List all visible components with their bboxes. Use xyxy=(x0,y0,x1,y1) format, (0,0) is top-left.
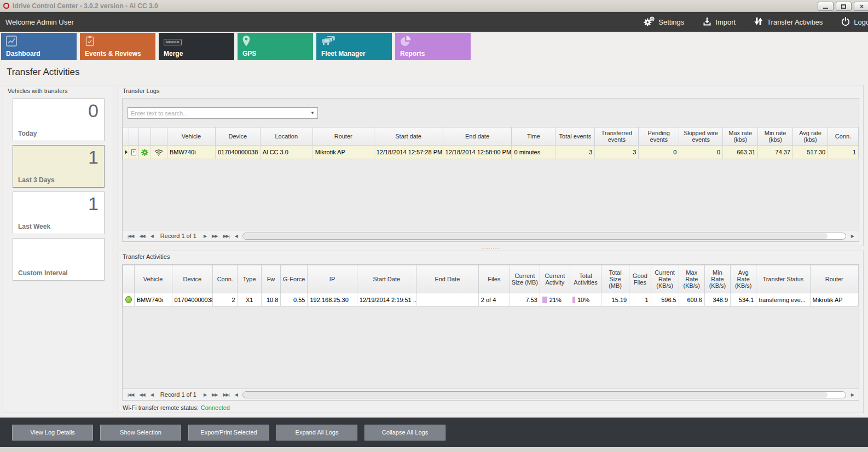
column-header[interactable]: Vehicle xyxy=(135,265,172,293)
scroll-left-icon[interactable]: ◀ xyxy=(232,234,240,239)
cell-skipped-wire-events: 0 xyxy=(679,146,723,159)
cell-start-date: 12/19/2014 2:19:51 ... xyxy=(357,293,416,306)
next-page-icon[interactable]: ▶▶ xyxy=(209,392,220,397)
import-button[interactable]: Import xyxy=(703,17,736,27)
card-custom-interval[interactable]: Custom Interval xyxy=(13,238,105,281)
top-bar: Welcome Admin User Settings Import Trans… xyxy=(0,12,868,32)
column-header[interactable]: Transferred events xyxy=(595,127,639,146)
prev-page-icon[interactable]: ◀◀ xyxy=(136,392,147,397)
column-header[interactable]: Conn. xyxy=(828,127,859,146)
expand-all-logs-button[interactable]: Expand All Logs xyxy=(276,425,357,441)
search-input[interactable] xyxy=(128,110,308,117)
prev-record-icon[interactable]: ◀ xyxy=(148,392,156,397)
wifi-status-value: Connected xyxy=(201,404,230,411)
column-header[interactable]: End date xyxy=(443,127,512,146)
column-header[interactable]: Transfer Status xyxy=(756,265,810,293)
first-record-icon[interactable]: |◀◀ xyxy=(125,392,136,397)
minimize-button[interactable] xyxy=(818,2,834,11)
column-header[interactable]: Vehicle xyxy=(167,127,216,146)
expand-icon[interactable]: + xyxy=(131,149,136,155)
first-record-icon[interactable]: |◀◀ xyxy=(125,234,136,239)
close-icon: × xyxy=(860,3,864,10)
prev-record-icon[interactable]: ◀ xyxy=(148,234,156,239)
next-page-icon[interactable]: ▶▶ xyxy=(209,234,220,239)
horizontal-scrollbar[interactable] xyxy=(242,233,846,240)
column-header[interactable]: Start date xyxy=(374,127,443,146)
last-record-icon[interactable]: ▶▶| xyxy=(220,234,232,239)
next-record-icon[interactable]: ▶ xyxy=(201,392,209,397)
column-header[interactable]: Total events xyxy=(555,127,595,146)
column-header[interactable]: End Date xyxy=(416,265,479,293)
scrollbar-thumb[interactable] xyxy=(243,392,828,398)
card-last-week[interactable]: 1 Last Week xyxy=(13,192,105,234)
cell-time: 0 minutes xyxy=(512,146,555,159)
scroll-right-icon[interactable]: ▶ xyxy=(848,392,857,397)
tab-dashboard[interactable]: Dashboard xyxy=(1,33,77,60)
scroll-left-icon[interactable]: ◀ xyxy=(232,392,240,397)
tab-merge[interactable]: MERGE Merge xyxy=(159,33,234,60)
card-today[interactable]: 0 Today xyxy=(13,98,105,141)
column-header[interactable]: Min rate (kbs) xyxy=(758,127,793,146)
prev-page-icon[interactable]: ◀◀ xyxy=(136,234,147,239)
panel-splitter[interactable]: ········ xyxy=(118,246,864,251)
column-header[interactable]: Type xyxy=(238,265,261,293)
column-header[interactable]: Conn. xyxy=(213,265,238,293)
settings-button[interactable]: Settings xyxy=(644,16,684,28)
scrollbar-thumb[interactable] xyxy=(243,233,828,239)
horizontal-scrollbar[interactable] xyxy=(242,391,846,398)
column-header[interactable]: Device xyxy=(172,265,213,293)
cell-max-rate: 600.6 xyxy=(679,293,705,306)
column-header[interactable]: Device xyxy=(216,127,261,146)
column-header xyxy=(129,127,139,146)
search-dropdown-button[interactable]: ▼ xyxy=(308,108,317,118)
collapse-all-logs-button[interactable]: Collapse All Logs xyxy=(364,425,445,441)
transfer-activities-button[interactable]: Transfer Activities xyxy=(754,17,823,27)
column-header[interactable]: Router xyxy=(811,265,859,293)
tab-reports[interactable]: Reports xyxy=(395,33,471,60)
column-header[interactable]: Pending events xyxy=(639,127,679,146)
column-header[interactable]: Max rate (kbs) xyxy=(723,127,758,146)
transfer-activities-header-row: Vehicle Device Conn. Type Fw G-Force IP … xyxy=(123,265,859,293)
logout-button[interactable]: Logout xyxy=(841,17,868,27)
column-header[interactable]: Total Size (MB) xyxy=(601,265,629,293)
view-log-details-button[interactable]: View Log Details xyxy=(12,425,93,441)
cell-ip: 192.168.25.30 xyxy=(308,293,357,306)
scroll-right-icon[interactable]: ▶ xyxy=(848,234,857,239)
column-header[interactable]: Min Rate (KB/s) xyxy=(705,265,731,293)
column-header[interactable]: Time xyxy=(512,127,555,146)
cell-current-activity: 21% xyxy=(540,293,570,306)
next-record-icon[interactable]: ▶ xyxy=(201,234,209,239)
maximize-button[interactable] xyxy=(836,2,852,11)
column-header[interactable]: IP xyxy=(308,265,357,293)
column-header[interactable]: Files xyxy=(479,265,510,293)
column-header[interactable]: Good Files xyxy=(629,265,651,293)
column-header[interactable]: Total Activities xyxy=(570,265,601,293)
column-header[interactable]: Max Rate (KB/s) xyxy=(679,265,705,293)
column-header[interactable]: Current Activity xyxy=(540,265,570,293)
nav-tiles: Dashboard Events & Reviews MERGE Merge G… xyxy=(1,33,471,60)
tab-events-reviews[interactable]: Events & Reviews xyxy=(80,33,155,60)
column-header[interactable]: Router xyxy=(313,127,374,146)
card-last-3-days[interactable]: 1 Last 3 Days xyxy=(13,145,105,188)
tab-gps[interactable]: GPS xyxy=(238,33,313,60)
column-header[interactable]: Current Rate (KB/s) xyxy=(651,265,679,293)
transfer-logs-data-row[interactable]: + BMW740i 017040000038 Al CC 3.0 Mikroti… xyxy=(123,146,859,159)
column-header[interactable]: Start Date xyxy=(357,265,416,293)
transfer-logs-panel: Transfer Logs ▼ Vehicle Device Location … xyxy=(118,85,864,246)
column-header[interactable]: Avg rate (kbs) xyxy=(793,127,828,146)
column-header[interactable]: Location xyxy=(261,127,313,146)
column-header[interactable]: Avg Rate (KB/s) xyxy=(731,265,756,293)
column-header[interactable]: Fw xyxy=(262,265,281,293)
column-header[interactable]: Current Size (MB) xyxy=(510,265,540,293)
cell-type: X1 xyxy=(238,293,262,306)
column-header[interactable]: G-Force xyxy=(281,265,308,293)
gears-icon xyxy=(644,16,655,28)
show-selection-button[interactable]: Show Selection xyxy=(100,425,181,441)
export-print-selected-button[interactable]: Export/Print Selected xyxy=(188,425,269,441)
column-header[interactable]: Skipped wire events xyxy=(679,127,723,146)
transfer-activities-data-row[interactable]: BMW740i 017040000038 2 X1 10.8 0.55 192.… xyxy=(123,293,859,306)
tab-fleet-manager[interactable]: Fleet Manager xyxy=(316,33,392,60)
last-record-icon[interactable]: ▶▶| xyxy=(220,392,232,397)
cell-transfer-status: transferring eve... xyxy=(756,293,810,306)
close-button[interactable]: × xyxy=(854,2,868,11)
